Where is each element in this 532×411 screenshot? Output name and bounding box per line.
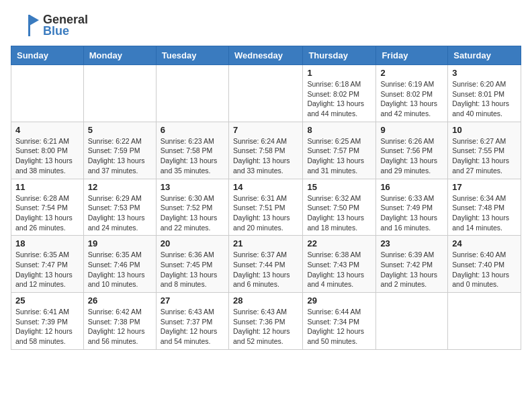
calendar-cell: 4Sunrise: 6:21 AMSunset: 8:00 PMDaylight… [11, 122, 84, 179]
day-info: Sunrise: 6:38 AMSunset: 7:43 PMDaylight:… [307, 250, 371, 289]
calendar-cell: 13Sunrise: 6:30 AMSunset: 7:52 PMDayligh… [156, 179, 228, 236]
calendar-week-row: 4Sunrise: 6:21 AMSunset: 8:00 PMDaylight… [11, 122, 521, 179]
day-number: 24 [452, 238, 517, 248]
day-number: 16 [380, 182, 443, 192]
calendar-cell: 24Sunrise: 6:40 AMSunset: 7:40 PMDayligh… [448, 236, 521, 293]
day-info: Sunrise: 6:21 AMSunset: 8:00 PMDaylight:… [15, 136, 79, 176]
weekday-header-friday: Friday [376, 46, 448, 65]
day-number: 18 [15, 238, 79, 248]
calendar-cell: 18Sunrise: 6:35 AMSunset: 7:47 PMDayligh… [11, 236, 84, 293]
calendar-cell: 28Sunrise: 6:43 AMSunset: 7:36 PMDayligh… [228, 293, 302, 350]
day-number: 19 [88, 238, 152, 248]
day-info: Sunrise: 6:43 AMSunset: 7:37 PMDaylight:… [161, 307, 224, 347]
calendar-cell [228, 65, 302, 122]
calendar-cell: 3Sunrise: 6:20 AMSunset: 8:01 PMDaylight… [448, 65, 521, 122]
day-info: Sunrise: 6:44 AMSunset: 7:34 PMDaylight:… [307, 307, 371, 347]
day-number: 28 [233, 295, 298, 306]
day-number: 15 [307, 182, 371, 192]
day-info: Sunrise: 6:26 AMSunset: 7:56 PMDaylight:… [380, 136, 443, 176]
day-number: 7 [233, 125, 298, 135]
calendar-cell: 14Sunrise: 6:31 AMSunset: 7:51 PMDayligh… [228, 179, 302, 236]
day-number: 6 [161, 125, 224, 135]
calendar-cell: 21Sunrise: 6:37 AMSunset: 7:44 PMDayligh… [228, 236, 302, 293]
calendar-cell: 26Sunrise: 6:42 AMSunset: 7:38 PMDayligh… [83, 293, 156, 350]
calendar-cell: 1Sunrise: 6:18 AMSunset: 8:02 PMDaylight… [303, 65, 376, 122]
day-info: Sunrise: 6:29 AMSunset: 7:53 PMDaylight:… [88, 193, 152, 233]
day-number: 11 [15, 182, 79, 192]
weekday-header-monday: Monday [83, 46, 156, 65]
day-number: 23 [380, 238, 443, 248]
day-number: 12 [88, 182, 152, 192]
day-info: Sunrise: 6:28 AMSunset: 7:54 PMDaylight:… [15, 193, 79, 233]
day-info: Sunrise: 6:22 AMSunset: 7:59 PMDaylight:… [88, 136, 152, 176]
calendar-table: SundayMondayTuesdayWednesdayThursdayFrid… [11, 46, 521, 350]
day-info: Sunrise: 6:32 AMSunset: 7:50 PMDaylight:… [307, 193, 371, 233]
day-info: Sunrise: 6:35 AMSunset: 7:46 PMDaylight:… [88, 250, 152, 289]
day-number: 8 [307, 125, 371, 135]
day-number: 20 [161, 238, 224, 248]
day-number: 1 [307, 68, 371, 78]
calendar-week-row: 11Sunrise: 6:28 AMSunset: 7:54 PMDayligh… [11, 179, 521, 236]
calendar-cell [83, 65, 156, 122]
calendar-cell [376, 293, 448, 350]
day-info: Sunrise: 6:30 AMSunset: 7:52 PMDaylight:… [161, 193, 224, 233]
day-info: Sunrise: 6:33 AMSunset: 7:49 PMDaylight:… [380, 193, 443, 233]
day-number: 14 [233, 182, 298, 192]
day-number: 25 [15, 295, 79, 306]
weekday-header-saturday: Saturday [448, 46, 521, 65]
calendar-cell: 10Sunrise: 6:27 AMSunset: 7:55 PMDayligh… [448, 122, 521, 179]
calendar-cell [11, 65, 84, 122]
day-info: Sunrise: 6:34 AMSunset: 7:48 PMDaylight:… [452, 193, 517, 233]
day-number: 10 [452, 125, 517, 135]
day-number: 27 [161, 295, 224, 306]
day-info: Sunrise: 6:18 AMSunset: 8:02 PMDaylight:… [307, 79, 371, 119]
calendar-cell: 23Sunrise: 6:39 AMSunset: 7:42 PMDayligh… [376, 236, 448, 293]
day-info: Sunrise: 6:20 AMSunset: 8:01 PMDaylight:… [452, 79, 517, 119]
weekday-header-wednesday: Wednesday [228, 46, 302, 65]
calendar-cell: 17Sunrise: 6:34 AMSunset: 7:48 PMDayligh… [448, 179, 521, 236]
calendar-cell: 2Sunrise: 6:19 AMSunset: 8:02 PMDaylight… [376, 65, 448, 122]
day-info: Sunrise: 6:43 AMSunset: 7:36 PMDaylight:… [233, 307, 298, 347]
day-info: Sunrise: 6:37 AMSunset: 7:44 PMDaylight:… [233, 250, 298, 289]
calendar-cell: 8Sunrise: 6:25 AMSunset: 7:57 PMDaylight… [303, 122, 376, 179]
weekday-header-thursday: Thursday [303, 46, 376, 65]
day-number: 13 [161, 182, 224, 192]
day-info: Sunrise: 6:23 AMSunset: 7:58 PMDaylight:… [161, 136, 224, 176]
day-number: 9 [380, 125, 443, 135]
calendar-cell: 20Sunrise: 6:36 AMSunset: 7:45 PMDayligh… [156, 236, 228, 293]
day-info: Sunrise: 6:24 AMSunset: 7:58 PMDaylight:… [233, 136, 298, 176]
day-info: Sunrise: 6:40 AMSunset: 7:40 PMDaylight:… [452, 250, 517, 289]
day-number: 5 [88, 125, 152, 135]
day-info: Sunrise: 6:25 AMSunset: 7:57 PMDaylight:… [307, 136, 371, 176]
calendar-cell: 16Sunrise: 6:33 AMSunset: 7:49 PMDayligh… [376, 179, 448, 236]
logo: GeneralBlue [11, 11, 88, 40]
day-info: Sunrise: 6:42 AMSunset: 7:38 PMDaylight:… [88, 307, 152, 347]
weekday-header-sunday: Sunday [11, 46, 84, 65]
day-info: Sunrise: 6:27 AMSunset: 7:55 PMDaylight:… [452, 136, 517, 176]
calendar-cell: 6Sunrise: 6:23 AMSunset: 7:58 PMDaylight… [156, 122, 228, 179]
calendar-cell: 15Sunrise: 6:32 AMSunset: 7:50 PMDayligh… [303, 179, 376, 236]
calendar-cell: 5Sunrise: 6:22 AMSunset: 7:59 PMDaylight… [83, 122, 156, 179]
logo-blue-text: Blue [43, 24, 88, 38]
day-number: 29 [307, 295, 371, 306]
calendar-cell: 11Sunrise: 6:28 AMSunset: 7:54 PMDayligh… [11, 179, 84, 236]
calendar-week-row: 25Sunrise: 6:41 AMSunset: 7:39 PMDayligh… [11, 293, 521, 350]
day-number: 26 [88, 295, 152, 306]
weekday-header-tuesday: Tuesday [156, 46, 228, 65]
calendar-cell: 29Sunrise: 6:44 AMSunset: 7:34 PMDayligh… [303, 293, 376, 350]
calendar-cell: 22Sunrise: 6:38 AMSunset: 7:43 PMDayligh… [303, 236, 376, 293]
day-number: 17 [452, 182, 517, 192]
page-header: GeneralBlue [11, 11, 521, 40]
day-info: Sunrise: 6:31 AMSunset: 7:51 PMDaylight:… [233, 193, 298, 233]
calendar-cell: 7Sunrise: 6:24 AMSunset: 7:58 PMDaylight… [228, 122, 302, 179]
calendar-cell: 27Sunrise: 6:43 AMSunset: 7:37 PMDayligh… [156, 293, 228, 350]
day-number: 21 [233, 238, 298, 248]
calendar-week-row: 18Sunrise: 6:35 AMSunset: 7:47 PMDayligh… [11, 236, 521, 293]
calendar-week-row: 1Sunrise: 6:18 AMSunset: 8:02 PMDaylight… [11, 65, 521, 122]
day-info: Sunrise: 6:35 AMSunset: 7:47 PMDaylight:… [15, 250, 79, 289]
calendar-cell [448, 293, 521, 350]
calendar-cell [156, 65, 228, 122]
day-info: Sunrise: 6:41 AMSunset: 7:39 PMDaylight:… [15, 307, 79, 347]
day-number: 2 [380, 68, 443, 78]
day-number: 3 [452, 68, 517, 78]
